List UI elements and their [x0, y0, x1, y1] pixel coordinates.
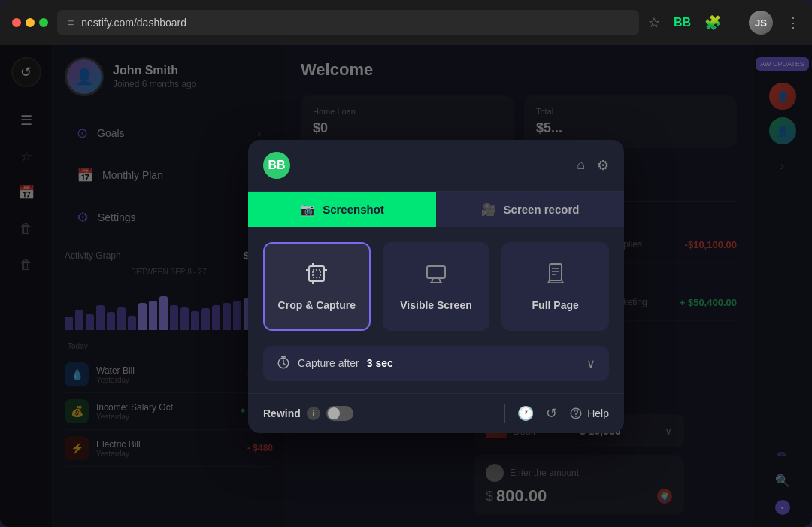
- bb-extension-icon[interactable]: BB: [674, 16, 691, 29]
- capture-label: Capture after: [298, 357, 359, 369]
- svg-rect-9: [550, 264, 562, 280]
- modal-footer: Rewind i 🕐 ↺ Help: [248, 393, 624, 433]
- modal-tabs: 📷 Screenshot 🎥 Screen record: [248, 192, 624, 227]
- screenshot-modal: BB ⌂ ⚙ 📷 Screenshot 🎥 Screen record: [248, 140, 624, 433]
- profile-avatar[interactable]: JS: [749, 11, 773, 35]
- modal-settings-icon[interactable]: ⚙: [597, 157, 609, 174]
- address-bar-icon: ≡: [68, 17, 74, 29]
- modal-header: BB ⌂ ⚙: [248, 140, 624, 192]
- tab-screen-record[interactable]: 🎥 Screen record: [436, 192, 624, 227]
- help-circle-icon: [569, 407, 583, 420]
- help-button[interactable]: Help: [569, 407, 609, 420]
- modal-header-icons: ⌂ ⚙: [577, 157, 609, 174]
- capture-dropdown-arrow[interactable]: ∨: [586, 356, 595, 371]
- minimize-dot[interactable]: [26, 18, 35, 27]
- screenshot-tab-icon: 📷: [300, 202, 315, 217]
- svg-point-16: [575, 416, 577, 417]
- option-visible-screen[interactable]: Visible Screen: [383, 242, 490, 331]
- app-container: ↺ ☰ ☆ 📅 🗑 🗑 👤 John Smith Joined 6 months…: [0, 45, 812, 527]
- rewind-toggle[interactable]: [326, 406, 353, 421]
- address-bar[interactable]: ≡ nestify.com/dashboard: [57, 10, 639, 35]
- option-full-page[interactable]: Full Page: [501, 242, 609, 331]
- modal-options: Crop & Capture Visible Screen: [248, 227, 624, 346]
- footer-refresh-icon[interactable]: ↺: [546, 405, 557, 422]
- footer-divider: [504, 404, 505, 423]
- footer-timer-icon[interactable]: 🕐: [517, 405, 534, 422]
- browser-chrome: ≡ nestify.com/dashboard ☆ BB 🧩 JS ⋮: [0, 0, 812, 45]
- modal-logo: BB: [263, 152, 290, 179]
- help-label: Help: [587, 407, 609, 419]
- maximize-dot[interactable]: [39, 18, 48, 27]
- rewind-label: Rewind: [263, 407, 301, 419]
- footer-left: Rewind i: [263, 406, 353, 421]
- tab-screenshot[interactable]: 📷 Screenshot: [248, 192, 436, 227]
- timer-icon: [277, 356, 290, 370]
- capture-time: 3 sec: [367, 357, 393, 369]
- screen-record-tab-icon: 🎥: [481, 202, 496, 217]
- extensions-icon[interactable]: 🧩: [704, 14, 721, 31]
- full-page-label: Full Page: [532, 299, 579, 311]
- modal-home-icon[interactable]: ⌂: [577, 157, 585, 174]
- option-crop-capture[interactable]: Crop & Capture: [263, 242, 371, 331]
- browser-actions: ☆ BB 🧩 JS ⋮: [648, 11, 800, 35]
- more-icon[interactable]: ⋮: [786, 14, 800, 31]
- info-icon[interactable]: i: [307, 407, 320, 420]
- capture-left: Capture after 3 sec: [277, 356, 393, 370]
- divider: [735, 14, 735, 32]
- crop-capture-label: Crop & Capture: [278, 299, 356, 311]
- close-dot[interactable]: [12, 18, 21, 27]
- svg-rect-0: [309, 266, 324, 281]
- svg-rect-5: [427, 266, 445, 278]
- toggle-knob: [328, 407, 340, 419]
- screen-record-tab-label: Screen record: [504, 203, 580, 216]
- full-page-icon: [544, 262, 568, 290]
- screenshot-tab-label: Screenshot: [323, 203, 384, 216]
- visible-screen-icon: [424, 262, 448, 290]
- visible-screen-label: Visible Screen: [400, 299, 471, 311]
- crop-capture-icon: [304, 262, 329, 290]
- footer-right: 🕐 ↺ Help: [504, 404, 609, 423]
- capture-after-row[interactable]: Capture after 3 sec ∨: [263, 346, 609, 381]
- url-text: nestify.com/dashboard: [81, 17, 186, 29]
- window-controls: [12, 18, 48, 27]
- star-icon[interactable]: ☆: [648, 14, 660, 31]
